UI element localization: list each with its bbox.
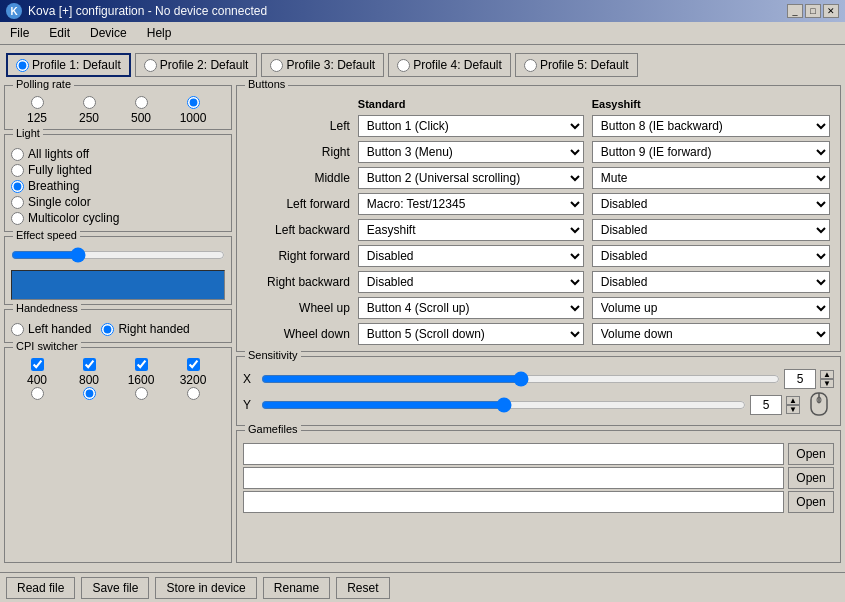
btn-lbackward-easyshift-select[interactable]: Disabled <box>592 219 830 241</box>
btn-left-easyshift-select[interactable]: Button 8 (IE backward) <box>592 115 830 137</box>
profile-5[interactable]: Profile 5: Default <box>515 53 638 77</box>
effect-speed-slider[interactable] <box>11 247 225 263</box>
btn-rbackward-easyshift-select[interactable]: Disabled <box>592 271 830 293</box>
cpi-3200-checkbox[interactable] <box>187 358 200 371</box>
light-fully-lighted-radio[interactable] <box>11 164 24 177</box>
profile-1[interactable]: Profile 1: Default <box>6 53 131 77</box>
cpi-800-checkbox[interactable] <box>83 358 96 371</box>
btn-middle-easyshift-select[interactable]: Mute <box>592 167 830 189</box>
btn-wheeldown-easyshift-select[interactable]: Volume down <box>592 323 830 345</box>
btn-wheelup-standard-td[interactable]: Button 4 (Scroll up) <box>354 295 588 321</box>
menu-help[interactable]: Help <box>141 24 178 42</box>
btn-lbackward-standard-td[interactable]: Easyshift <box>354 217 588 243</box>
btn-rforward-standard-td[interactable]: Disabled <box>354 243 588 269</box>
profile-3[interactable]: Profile 3: Default <box>261 53 384 77</box>
menu-file[interactable]: File <box>4 24 35 42</box>
sensitivity-x-slider[interactable] <box>261 371 780 387</box>
maximize-button[interactable]: □ <box>805 4 821 18</box>
profile-5-radio[interactable] <box>524 59 537 72</box>
polling-250[interactable]: 250 <box>63 96 115 125</box>
light-single-color-radio[interactable] <box>11 196 24 209</box>
btn-wheeldown-easyshift-td[interactable]: Volume down <box>588 321 834 347</box>
polling-500[interactable]: 500 <box>115 96 167 125</box>
btn-left-easyshift-td[interactable]: Button 8 (IE backward) <box>588 113 834 139</box>
btn-right-easyshift-td[interactable]: Button 9 (IE forward) <box>588 139 834 165</box>
read-file-button[interactable]: Read file <box>6 577 75 599</box>
polling-125[interactable]: 125 <box>11 96 63 125</box>
btn-lforward-standard-td[interactable]: Macro: Test/12345 <box>354 191 588 217</box>
profile-4[interactable]: Profile 4: Default <box>388 53 511 77</box>
light-breathing[interactable]: Breathing <box>11 179 225 193</box>
btn-lforward-easyshift-select[interactable]: Disabled <box>592 193 830 215</box>
color-preview[interactable] <box>11 270 225 300</box>
btn-wheeldown-standard-select[interactable]: Button 5 (Scroll down) <box>358 323 584 345</box>
sensitivity-x-up[interactable]: ▲ <box>820 370 834 379</box>
cpi-1600-radio-label[interactable] <box>115 387 167 400</box>
btn-left-standard-td[interactable]: Button 1 (Click) <box>354 113 588 139</box>
gamefile-input-1[interactable] <box>243 443 784 465</box>
profile-3-radio[interactable] <box>270 59 283 72</box>
minimize-button[interactable]: _ <box>787 4 803 18</box>
btn-lforward-standard-select[interactable]: Macro: Test/12345 <box>358 193 584 215</box>
store-in-device-button[interactable]: Store in device <box>155 577 256 599</box>
btn-wheelup-easyshift-td[interactable]: Volume up <box>588 295 834 321</box>
btn-lforward-easyshift-td[interactable]: Disabled <box>588 191 834 217</box>
cpi-400-select-radio[interactable] <box>31 387 44 400</box>
sensitivity-y-up[interactable]: ▲ <box>786 396 800 405</box>
window-controls[interactable]: _ □ ✕ <box>787 4 839 18</box>
sensitivity-y-slider[interactable] <box>261 397 746 413</box>
polling-1000[interactable]: 1000 <box>167 96 219 125</box>
cpi-1600-check[interactable] <box>115 358 167 371</box>
btn-lbackward-easyshift-td[interactable]: Disabled <box>588 217 834 243</box>
cpi-3200-radio-label[interactable] <box>167 387 219 400</box>
menu-device[interactable]: Device <box>84 24 133 42</box>
close-button[interactable]: ✕ <box>823 4 839 18</box>
btn-middle-standard-td[interactable]: Button 2 (Universal scrolling) <box>354 165 588 191</box>
btn-rforward-standard-select[interactable]: Disabled <box>358 245 584 267</box>
btn-rforward-easyshift-select[interactable]: Disabled <box>592 245 830 267</box>
cpi-1600-select-radio[interactable] <box>135 387 148 400</box>
profile-2[interactable]: Profile 2: Default <box>135 53 258 77</box>
rename-button[interactable]: Rename <box>263 577 330 599</box>
cpi-400-checkbox[interactable] <box>31 358 44 371</box>
right-handed-radio[interactable] <box>101 323 114 336</box>
polling-1000-radio[interactable] <box>187 96 200 109</box>
sensitivity-x-down[interactable]: ▼ <box>820 379 834 388</box>
btn-right-standard-td[interactable]: Button 3 (Menu) <box>354 139 588 165</box>
reset-button[interactable]: Reset <box>336 577 389 599</box>
cpi-3200-check[interactable] <box>167 358 219 371</box>
cpi-400-radio-label[interactable] <box>11 387 63 400</box>
btn-middle-easyshift-td[interactable]: Mute <box>588 165 834 191</box>
btn-right-easyshift-select[interactable]: Button 9 (IE forward) <box>592 141 830 163</box>
btn-rbackward-standard-td[interactable]: Disabled <box>354 269 588 295</box>
btn-rbackward-easyshift-td[interactable]: Disabled <box>588 269 834 295</box>
cpi-800-radio-label[interactable] <box>63 387 115 400</box>
btn-right-standard-select[interactable]: Button 3 (Menu) <box>358 141 584 163</box>
left-handed[interactable]: Left handed <box>11 322 91 336</box>
cpi-800-select-radio[interactable] <box>83 387 96 400</box>
gamefile-input-3[interactable] <box>243 491 784 513</box>
polling-125-radio[interactable] <box>31 96 44 109</box>
polling-250-radio[interactable] <box>83 96 96 109</box>
save-file-button[interactable]: Save file <box>81 577 149 599</box>
btn-rbackward-standard-select[interactable]: Disabled <box>358 271 584 293</box>
light-all-off-radio[interactable] <box>11 148 24 161</box>
btn-wheeldown-standard-td[interactable]: Button 5 (Scroll down) <box>354 321 588 347</box>
gamefile-input-2[interactable] <box>243 467 784 489</box>
light-multicolor-radio[interactable] <box>11 212 24 225</box>
btn-wheelup-easyshift-select[interactable]: Volume up <box>592 297 830 319</box>
cpi-800-check[interactable] <box>63 358 115 371</box>
profile-2-radio[interactable] <box>144 59 157 72</box>
cpi-400-check[interactable] <box>11 358 63 371</box>
menu-edit[interactable]: Edit <box>43 24 76 42</box>
btn-lbackward-standard-select[interactable]: Easyshift <box>358 219 584 241</box>
light-fully-lighted[interactable]: Fully lighted <box>11 163 225 177</box>
btn-rforward-easyshift-td[interactable]: Disabled <box>588 243 834 269</box>
gamefile-open-3[interactable]: Open <box>788 491 834 513</box>
cpi-1600-checkbox[interactable] <box>135 358 148 371</box>
right-handed[interactable]: Right handed <box>101 322 189 336</box>
sensitivity-y-down[interactable]: ▼ <box>786 405 800 414</box>
profile-1-radio[interactable] <box>16 59 29 72</box>
btn-left-standard-select[interactable]: Button 1 (Click) <box>358 115 584 137</box>
gamefile-open-1[interactable]: Open <box>788 443 834 465</box>
